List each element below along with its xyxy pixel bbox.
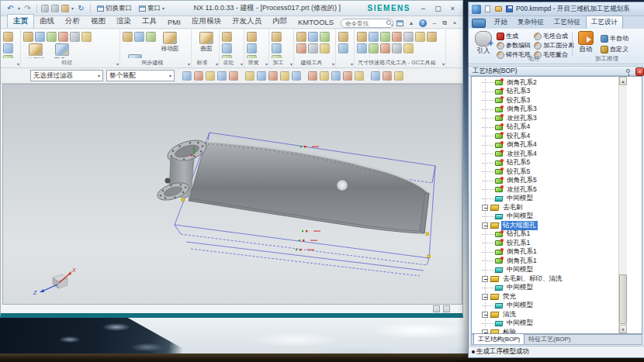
copy-icon[interactable] [51, 5, 59, 12]
tree-item[interactable]: 攻丝孔系5 [472, 185, 618, 195]
ribbon-icon[interactable] [272, 32, 282, 42]
selection-tool-icon[interactable] [308, 71, 317, 81]
scrollbar-thumb[interactable] [619, 274, 627, 324]
nx-ribbon-tab[interactable]: 渲染 [111, 15, 137, 28]
tree-item[interactable]: 攻丝孔系3 [472, 114, 618, 123]
group-dialog-launcher-icon[interactable]: ▾ [442, 61, 445, 67]
ribbon-icon[interactable] [380, 43, 390, 53]
window-button[interactable]: 窗口▾ [137, 3, 167, 14]
selection-tool-icon[interactable] [245, 71, 254, 81]
tree-item[interactable]: 中间模型 [472, 266, 618, 275]
tree-item[interactable]: 中间模型 [472, 302, 618, 311]
bop-panel-header[interactable]: 工艺结构(BOP) × [469, 66, 644, 76]
selection-tool-icon[interactable] [383, 71, 392, 81]
ribbon-icon[interactable] [35, 32, 45, 42]
ribbon-icon[interactable] [3, 32, 13, 42]
km-title-bar[interactable]: P00.kmmpd - 开目三维机加工艺规划系 [469, 2, 644, 16]
km-button-生成[interactable]: 生成 [497, 32, 531, 40]
graphics-viewport[interactable]: X Z [2, 84, 462, 305]
nx-ribbon-tab[interactable]: KMTOOLS [293, 16, 339, 28]
ribbon-icon[interactable] [369, 43, 379, 53]
group-dialog-launcher-icon[interactable]: ▾ [332, 61, 334, 67]
ribbon-icon[interactable] [338, 43, 348, 53]
tree-item[interactable]: 荧光 [472, 292, 618, 302]
tree-item[interactable]: 攻丝孔系4 [472, 150, 618, 159]
selection-tool-icon[interactable] [206, 71, 215, 81]
ribbon-icon[interactable] [81, 32, 92, 42]
ribbon-icon[interactable] [272, 55, 282, 58]
selection-tool-icon[interactable] [355, 71, 364, 81]
ribbon-icon[interactable] [403, 43, 414, 53]
tree-item[interactable]: 去毛刺 [472, 203, 618, 212]
ribbon-icon[interactable] [123, 32, 133, 42]
nx-ribbon-tab[interactable]: 视图 [85, 15, 111, 28]
km-button-加工面分离[interactable]: 加工面分离 [534, 41, 574, 50]
group-dialog-launcher-icon[interactable]: ▾ [216, 61, 218, 67]
casing-band-surface[interactable] [189, 141, 429, 233]
new-file-icon[interactable] [483, 5, 492, 13]
group-dialog-launcher-icon[interactable]: ▾ [290, 61, 293, 67]
selection-filter-dropdown[interactable]: 无选择过滤器▾ [30, 70, 103, 81]
km-button-自定义[interactable]: 自定义 [601, 45, 628, 53]
bottom-tab-特征工艺(BOP)[interactable]: 特征工艺(BOP) [525, 334, 574, 344]
tree-item[interactable]: 铰孔系4 [472, 132, 618, 141]
km-app-menu-button[interactable] [472, 19, 486, 28]
ribbon-button-曲面[interactable]: 曲面 [194, 32, 216, 53]
tree-item[interactable]: 钻大端面孔 [472, 221, 618, 230]
switch-window-button[interactable]: 切换窗口 [95, 3, 134, 14]
nx-ribbon-tab[interactable]: 工具 [137, 15, 162, 28]
status-grid-icon[interactable] [433, 305, 440, 312]
open-file-icon[interactable] [494, 5, 503, 13]
doc-minimize-button[interactable]: – [430, 19, 439, 27]
ribbon-button-更多[interactable]: 更多 ▾ [123, 54, 147, 58]
selection-tool-icon[interactable] [292, 71, 301, 81]
ribbon-button-边倒圆[interactable]: 边倒圆 [23, 43, 48, 58]
tree-scrollbar[interactable]: ▲ ▼ [618, 77, 627, 333]
ribbon-icon[interactable] [392, 32, 402, 42]
ribbon-icon[interactable] [222, 43, 232, 53]
selection-tool-icon[interactable] [217, 71, 227, 81]
cut-icon[interactable] [41, 5, 49, 12]
nx-ribbon-tab[interactable]: 开发人员 [227, 15, 267, 28]
nx-ribbon-tab[interactable]: 内部 [267, 15, 293, 28]
ribbon-icon[interactable] [3, 43, 13, 53]
nx-title-bar[interactable]: ↶▾ ↷ ▾ ↻ 切换窗口 窗口▾ NX 11.0.0.33 - 建模 - [P… [1, 1, 462, 16]
ribbon-icon[interactable] [308, 43, 318, 53]
ribbon-icon[interactable] [3, 55, 13, 58]
band-circular-hole[interactable] [337, 180, 348, 191]
ribbon-icon[interactable] [247, 43, 257, 53]
tree-expander-icon[interactable] [482, 294, 488, 300]
tree-item[interactable]: 清洗 [472, 310, 618, 319]
nx-ribbon-tab[interactable]: 曲线 [34, 15, 60, 28]
group-dialog-launcher-icon[interactable]: ▾ [116, 61, 119, 67]
redo-icon[interactable]: ↷ [23, 3, 33, 13]
tree-item[interactable]: 中间模型 [472, 195, 618, 204]
panel-close-icon[interactable]: × [635, 67, 644, 76]
tree-item[interactable]: 倒角孔系2 [472, 78, 618, 88]
nx-ribbon-tab[interactable]: PMI [162, 16, 186, 28]
doc-restore-button[interactable]: ⧉ [440, 19, 449, 27]
scroll-down-icon[interactable]: ▼ [619, 325, 627, 333]
orientation-triad[interactable]: X Z [33, 267, 76, 295]
selection-tool-icon[interactable] [182, 71, 192, 81]
km-button-半自动[interactable]: 半自动 [601, 34, 628, 43]
tree-expander-icon[interactable] [482, 222, 488, 229]
import-button[interactable]: 引入 [472, 31, 495, 56]
selection-tool-icon[interactable] [331, 71, 341, 81]
selection-tool-icon[interactable] [268, 71, 278, 81]
km-tab-工艺特征[interactable]: 工艺特征 [549, 16, 585, 29]
bottom-tab-工艺结构(BOP)[interactable]: 工艺结构(BOP) [473, 333, 525, 344]
group-dialog-launcher-icon[interactable]: ▾ [265, 61, 268, 67]
ribbon-icon[interactable] [320, 32, 330, 42]
tree-item[interactable]: 中间模型 [472, 284, 618, 293]
status-view-icon[interactable] [443, 305, 450, 312]
ribbon-icon[interactable] [427, 32, 437, 42]
ribbon-icon[interactable] [222, 55, 232, 58]
nx-close-button[interactable]: × [446, 3, 459, 13]
minimize-ribbon-icon[interactable]: ▴ [407, 19, 416, 27]
tree-item[interactable]: 铰孔系1 [472, 239, 618, 248]
group-dialog-launcher-icon[interactable]: ▾ [241, 61, 243, 67]
scroll-up-icon[interactable]: ▲ [619, 77, 627, 85]
ribbon-icon[interactable] [369, 32, 379, 42]
pin-icon[interactable] [626, 69, 630, 73]
